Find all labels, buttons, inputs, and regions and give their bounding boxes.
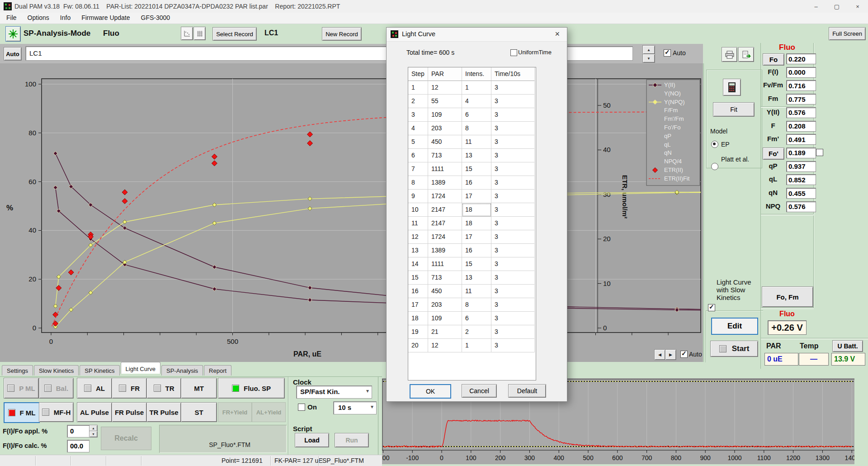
mode-icon-button[interactable] [5,26,21,42]
button-st[interactable]: ST [181,402,217,422]
cell-par[interactable]: 450 [428,135,462,149]
cell-step[interactable]: 3 [408,108,428,122]
cell-time-10s[interactable]: 3 [491,312,535,325]
prev-record-button[interactable]: ◀ [654,349,665,360]
cell-par[interactable]: 1111 [428,257,462,271]
cell-step[interactable]: 20 [408,339,428,352]
cell-intens[interactable]: 8 [462,122,491,135]
tab-slow-kinetics[interactable]: Slow Kinetics [34,365,79,376]
cell-intens[interactable]: 15 [462,162,491,176]
legend-item-ql[interactable]: qL [664,141,670,148]
button-al-pulse[interactable]: AL Pulse [77,402,112,422]
tab-settings[interactable]: Settings [2,365,33,376]
table-row[interactable]: 1810963 [408,312,536,325]
button-al[interactable]: AL [77,378,112,399]
cell-step[interactable]: 18 [408,312,428,325]
clock-on-checkbox[interactable] [298,404,305,411]
cell-time-10s[interactable]: 3 [491,271,535,285]
table-row[interactable]: 310963 [408,108,536,122]
legend-item-y-no[interactable]: Y(NO) [664,90,681,97]
button-f-ml[interactable]: F ML [4,402,40,423]
cell-par[interactable]: 713 [428,271,462,285]
cell-time-10s[interactable]: 3 [491,244,535,257]
cell-par[interactable]: 1389 [428,244,462,257]
record-auto-checkbox[interactable] [664,49,671,57]
table-row[interactable]: 1720383 [408,298,536,312]
cell-intens[interactable]: 2 [462,325,491,339]
cell-intens[interactable]: 15 [462,257,491,271]
table-row[interactable]: 131389163 [408,244,536,257]
record-view-icon-button[interactable] [181,27,193,40]
clock-mode-select[interactable]: SP/Fast Kin. ▾ [296,385,372,399]
script-load-button[interactable]: Load [295,433,329,447]
calculator-button[interactable] [723,79,741,96]
button-fr[interactable]: FR [112,378,147,399]
model-platt-radio[interactable] [711,163,718,170]
cell-intens[interactable]: 1 [462,339,491,352]
record-down-button[interactable]: ▼ [642,54,655,63]
cell-time-10s[interactable]: 3 [491,203,535,217]
cell-step[interactable]: 13 [408,244,428,257]
cell-intens[interactable]: 6 [462,312,491,325]
table-row[interactable]: 102147183 [408,203,536,217]
record-grid-icon-button[interactable] [193,27,206,40]
cell-par[interactable]: 1724 [428,190,462,203]
table-row[interactable]: 201213 [408,339,536,352]
ok-button[interactable]: OK [410,384,451,399]
cell-par[interactable]: 1724 [428,230,462,244]
legend-item-qp[interactable]: qP [664,133,671,139]
menu-item-firmware-update[interactable]: Firmware Update [76,13,135,23]
new-record-button[interactable]: New Record [322,27,362,41]
cell-intens[interactable]: 17 [462,230,491,244]
ubatt-button[interactable]: U Batt. [832,340,863,352]
cell-par[interactable]: 203 [428,122,462,135]
dialog-close-icon[interactable]: × [552,29,562,40]
table-row[interactable]: 112147183 [408,217,536,230]
cell-step[interactable]: 1 [408,81,428,95]
table-row[interactable]: 81389163 [408,176,536,190]
select-record-button[interactable]: Select Record [212,27,257,41]
param-checkbox-fo[interactable] [816,149,823,156]
step-table[interactable]: StepPARIntens.Time/10s112132554331096342… [408,67,536,380]
cell-time-10s[interactable]: 3 [491,122,535,135]
cell-step[interactable]: 14 [408,257,428,271]
table-row[interactable]: 141111153 [408,257,536,271]
cell-par[interactable]: 12 [428,81,462,95]
cell-intens[interactable]: 8 [462,298,491,312]
cell-time-10s[interactable]: 3 [491,176,535,190]
cell-step[interactable]: 17 [408,298,428,312]
cell-time-10s[interactable]: 3 [491,162,535,176]
cell-step[interactable]: 6 [408,149,428,162]
menu-item-info[interactable]: Info [55,13,76,23]
cell-intens[interactable]: 6 [462,108,491,122]
script-run-button[interactable]: Run [335,433,369,447]
cell-intens[interactable]: 17 [462,190,491,203]
table-row[interactable]: 121724173 [408,230,536,244]
cell-intens[interactable]: 18 [462,203,491,217]
cell-par[interactable]: 109 [428,108,462,122]
button-fr-pulse[interactable]: FR Pulse [112,402,147,422]
table-row[interactable]: 15713133 [408,271,536,285]
legend-item-npq-4[interactable]: NPQ/4 [664,158,682,165]
cell-time-10s[interactable]: 3 [491,149,535,162]
cell-step[interactable]: 10 [408,203,428,217]
uniform-time-checkbox[interactable] [510,49,517,56]
cell-intens[interactable]: 11 [462,135,491,149]
clock-interval-select[interactable]: 10 s ▾ [333,401,377,414]
cell-time-10s[interactable]: 3 [491,81,535,95]
button-fluo-sp[interactable]: Fluo. SP [218,378,285,399]
cell-intens[interactable]: 13 [462,149,491,162]
table-row[interactable]: 5450113 [408,135,536,149]
cell-intens[interactable]: 11 [462,285,491,298]
chart-auto-checkbox[interactable] [680,351,688,358]
recalc-button[interactable]: Recalc [101,427,151,450]
fit-button[interactable]: Fit [713,102,755,117]
record-up-button[interactable]: ▲ [642,45,655,54]
cell-step[interactable]: 5 [408,135,428,149]
cell-intens[interactable]: 1 [462,81,491,95]
cell-time-10s[interactable]: 3 [491,257,535,271]
cell-par[interactable]: 1111 [428,162,462,176]
cell-step[interactable]: 15 [408,271,428,285]
model-ep-radio[interactable] [711,141,718,148]
cell-time-10s[interactable]: 3 [491,285,535,298]
